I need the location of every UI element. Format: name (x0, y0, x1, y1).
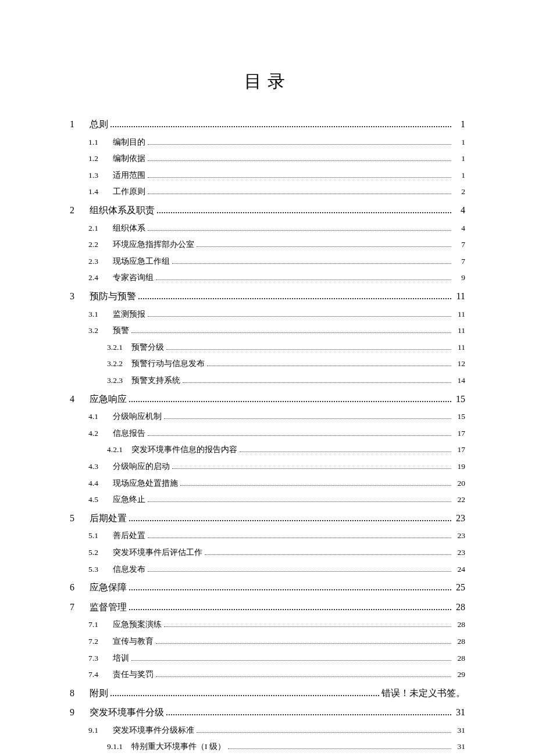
toc-entry-number: 3.2 (88, 324, 107, 337)
toc-entry[interactable]: 2.2环境应急指挥部办公室7 (70, 238, 465, 251)
toc-leader-dots (148, 501, 451, 502)
toc-entry-text: 适用范围 (113, 169, 145, 182)
toc-entry-number: 7.2 (88, 635, 107, 648)
toc-entry[interactable]: 7监督管理28 (70, 600, 465, 615)
toc-entry-text: 编制目的 (113, 136, 145, 149)
toc-entry[interactable]: 5.2突发环境事件后评估工作23 (70, 546, 465, 559)
toc-entry-text: 后期处置 (90, 511, 127, 526)
toc-entry[interactable]: 5后期处置23 (70, 511, 465, 526)
toc-entry-number: 7.1 (88, 618, 107, 631)
toc-entry[interactable]: 9.1.1特别重大环境事件（I 级）31 (70, 740, 465, 753)
toc-entry-text: 预警 (113, 324, 129, 337)
toc-leader-dots (148, 571, 451, 572)
toc-leader-dots (183, 382, 451, 383)
toc-entry-text: 分级响应的启动 (113, 460, 170, 473)
toc-entry[interactable]: 9.1突发环境事件分级标准31 (70, 724, 465, 737)
toc-entry[interactable]: 3.2.1预警分级11 (70, 341, 465, 354)
toc-leader-dots (207, 365, 451, 366)
toc-entry[interactable]: 2.4专家咨询组9 (70, 271, 465, 284)
toc-entry[interactable]: 5.1善后处置23 (70, 529, 465, 542)
toc-entry-number: 5.2 (88, 546, 107, 559)
toc-entry-text: 信息报告 (113, 427, 145, 440)
toc-entry[interactable]: 6应急保障25 (70, 580, 465, 595)
toc-entry-number: 1.3 (88, 169, 107, 182)
toc-entry-number: 2.4 (88, 271, 107, 284)
toc-entry[interactable]: 9突发环境事件分级31 (70, 705, 465, 720)
toc-entry-page: 7 (454, 238, 465, 251)
toc-leader-dots (148, 160, 451, 161)
toc-entry[interactable]: 1.1编制目的1 (70, 136, 465, 149)
toc-entry-number: 3.2.1 (107, 341, 126, 354)
toc-entry-text: 监督管理 (90, 600, 127, 615)
toc-entry[interactable]: 1.2编制依据1 (70, 152, 465, 165)
toc-entry-number: 4.3 (88, 460, 107, 473)
toc-entry[interactable]: 7.3培训28 (70, 652, 465, 665)
toc-entry[interactable]: 1.4工作原则2 (70, 185, 465, 198)
toc-leader-dots (180, 485, 451, 486)
toc-entry[interactable]: 4.4现场应急处置措施20 (70, 477, 465, 490)
toc-entry[interactable]: 4应急响应15 (70, 392, 465, 407)
toc-entry[interactable]: 3.1监测预报11 (70, 308, 465, 321)
toc-entry[interactable]: 4.2.1突发环境事件信息的报告内容17 (70, 443, 465, 456)
toc-entry[interactable]: 1.3适用范围1 (70, 169, 465, 182)
toc-entry[interactable]: 3.2.3预警支持系统14 (70, 374, 465, 387)
toc-entry-text: 预警分级 (131, 341, 164, 354)
toc-entry-text: 编制依据 (113, 152, 145, 165)
toc-entry-number: 9.1.1 (107, 740, 126, 753)
toc-entry[interactable]: 2.3现场应急工作组7 (70, 255, 465, 268)
toc-entry[interactable]: 7.4责任与奖罚29 (70, 668, 465, 681)
toc-entry-number: 9 (70, 705, 84, 720)
toc-entry-number: 3 (70, 289, 84, 304)
toc-entry-page: 28 (454, 618, 465, 631)
toc-entry-text: 责任与奖罚 (113, 668, 154, 681)
toc-entry[interactable]: 4.3分级响应的启动19 (70, 460, 465, 473)
toc-entry-number: 4.1 (88, 410, 107, 423)
toc-entry-page: 29 (454, 668, 465, 681)
toc-leader-dots (164, 418, 451, 419)
toc-entry-text: 特别重大环境事件（I 级） (131, 740, 226, 753)
toc-entry-page: 25 (454, 580, 465, 595)
toc-leader-dots (148, 144, 451, 145)
toc-leader-dots (129, 400, 451, 402)
toc-leader-dots (228, 748, 451, 749)
toc-entry[interactable]: 3.2预警11 (70, 324, 465, 337)
toc-entry-page: 1 (454, 136, 465, 149)
toc-entry[interactable]: 2.1组织体系4 (70, 222, 465, 235)
toc-entry-number: 4.2.1 (107, 443, 126, 456)
toc-entry[interactable]: 4.5应急终止22 (70, 493, 465, 506)
toc-entry-text: 宣传与教育 (113, 635, 154, 648)
toc-entry[interactable]: 4.2信息报告17 (70, 427, 465, 440)
toc-leader-dots (157, 212, 451, 213)
toc-entry-page: 15 (454, 392, 465, 407)
toc-entry[interactable]: 7.2宣传与教育28 (70, 635, 465, 648)
toc-entry[interactable]: 7.1应急预案演练28 (70, 618, 465, 631)
toc-entry-page: 1 (454, 117, 465, 132)
toc-entry-page: 31 (454, 705, 465, 720)
toc-entry[interactable]: 5.3信息发布24 (70, 563, 465, 576)
toc-leader-dots (148, 193, 451, 194)
toc-entry-text: 善后处置 (113, 529, 145, 542)
toc-entry[interactable]: 3预防与预警11 (70, 289, 465, 304)
toc-entry-text: 培训 (113, 652, 129, 665)
toc-entry[interactable]: 2组织体系及职责4 (70, 203, 465, 218)
toc-leader-dots (197, 246, 451, 247)
toc-entry-page: 31 (454, 724, 465, 737)
toc-entry-page: 31 (454, 740, 465, 753)
toc-entry-page: 23 (454, 546, 465, 559)
toc-leader-dots (166, 349, 451, 350)
toc-leader-dots (197, 732, 451, 733)
toc-entry-text: 附则 (90, 686, 108, 701)
toc-entry-page: 17 (454, 443, 465, 456)
toc-leader-dots (148, 230, 451, 231)
toc-entry-page: 1 (454, 169, 465, 182)
toc-entry[interactable]: 3.2.2预警行动与信息发布12 (70, 357, 465, 370)
toc-entry-number: 3.2.3 (107, 374, 126, 387)
toc-leader-dots (129, 519, 451, 521)
toc-leader-dots (110, 694, 379, 696)
toc-entry-number: 7.3 (88, 652, 107, 665)
toc-entry[interactable]: 8附则错误！未定义书签。 (70, 686, 465, 701)
toc-entry-number: 1 (70, 117, 84, 132)
toc-entry[interactable]: 4.1分级响应机制15 (70, 410, 465, 423)
toc-entry-page: 28 (454, 652, 465, 665)
toc-entry[interactable]: 1总则1 (70, 117, 465, 132)
